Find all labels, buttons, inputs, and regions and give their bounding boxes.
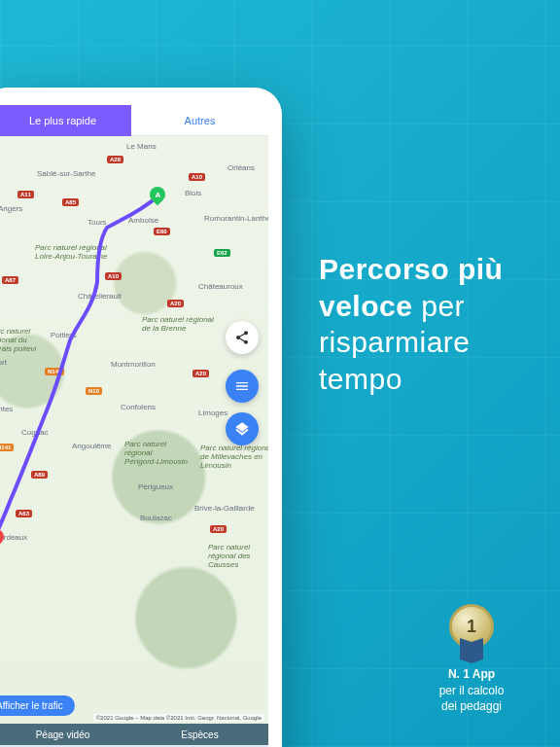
city-bouilac: Boulazac (140, 514, 172, 522)
city-poitiers: Poitiers (51, 331, 77, 339)
park-loire: Parc naturel régional Loire-Anjou-Tourai… (35, 243, 107, 261)
road-badge: A63 (16, 510, 32, 517)
road-badge: A10 (105, 272, 122, 280)
tablet-screen: Le plus rapide Autres Le Mans Orléans To… (0, 105, 268, 747)
share-button[interactable] (226, 321, 259, 354)
city-tours: Tours (88, 218, 107, 227)
award-line1: N. 1 App (448, 666, 495, 682)
medal-icon: 1 (449, 604, 494, 649)
road-badge: A11 (18, 191, 34, 198)
city-chatellerault: Châtellerault (78, 292, 122, 301)
city-montmorillon: Montmorillon (111, 360, 156, 369)
road-badge: A20 (167, 300, 184, 307)
city-brive: Brive-la-Gaillarde (194, 504, 255, 513)
city-lemans: Le Mans (126, 142, 157, 151)
headline-bold1: Percorso più (319, 253, 503, 285)
city-perigueux: Périgueux (138, 482, 173, 491)
headline-bold2: veloce (319, 290, 412, 322)
road-badge: N147 (45, 368, 64, 375)
route-tabs: Le plus rapide Autres (0, 105, 268, 136)
award-line3: dei pedaggi (441, 698, 502, 714)
cost-header-row: Péage vidéo Espèces (0, 724, 268, 745)
city-blois: Blois (185, 189, 201, 197)
city-amboise: Amboise (128, 216, 158, 225)
road-badge: N10 (86, 387, 102, 395)
menu-icon (234, 378, 250, 394)
traffic-toggle[interactable]: Afficher le trafic (0, 695, 75, 716)
city-confolens: Confolens (121, 403, 156, 411)
city-angers: Angers (0, 204, 22, 213)
road-badge: A85 (62, 198, 79, 206)
road-badge: E60 (154, 228, 170, 235)
tab-others[interactable]: Autres (131, 105, 268, 136)
map-view[interactable]: Le Mans Orléans Tours Angers Poitiers Li… (0, 136, 268, 724)
map-attribution: ©2021 Google – Map data ©2021 Inst. Geog… (93, 714, 264, 722)
park-brenne: Parc naturel régional de la Brenne (142, 315, 214, 333)
cost-head-video: Péage vidéo (0, 724, 131, 745)
park-millevaches: Parc naturel régional de Millevaches en … (200, 444, 268, 470)
road-badge: A20 (192, 370, 209, 377)
road-badge: A28 (107, 156, 123, 163)
road-badge: E62 (214, 249, 230, 257)
share-icon (234, 330, 250, 345)
award-line2: per il calcolo (439, 683, 505, 698)
award-badge: 1 N. 1 App per il calcolo dei pedaggi (408, 604, 535, 714)
city-nantes: Nantes (0, 405, 13, 413)
city-romorantin: Romorantin-Lanthen (204, 214, 268, 223)
cost-head-cash: Espèces (131, 724, 268, 745)
marketing-headline: Percorso più veloce per risparmiare temp… (319, 251, 544, 397)
tablet-frame: Le plus rapide Autres Le Mans Orléans To… (0, 88, 282, 747)
city-orleans: Orléans (228, 163, 255, 172)
layers-button[interactable] (226, 412, 259, 445)
road-badge: N141 (0, 444, 14, 451)
road-badge: A10 (189, 173, 205, 181)
park-marais: Parc naturel régional du Marais poitevi (0, 327, 36, 353)
park-causses: Parc naturel régional des Causses (208, 543, 251, 569)
road-badge: A89 (31, 471, 48, 479)
tab-fastest[interactable]: Le plus rapide (0, 105, 131, 136)
road-badge: A87 (2, 276, 18, 284)
city-limoges: Limoges (198, 409, 228, 417)
medal-rank: 1 (467, 615, 476, 638)
route-list-button[interactable] (226, 370, 259, 403)
city-cognac: Cognac (21, 428, 49, 437)
ribbon-right (472, 638, 483, 663)
city-chateauroux: Châteauroux (198, 282, 243, 291)
city-niort: Niort (0, 358, 7, 367)
road-badge: A20 (210, 525, 227, 533)
ribbon-left (460, 638, 472, 663)
city-sable: Sablé-sur-Sarthe (37, 169, 95, 178)
city-angouleme: Angoulême (72, 442, 111, 450)
park-perigord: Parc naturel régional Périgord-Limousin (124, 440, 188, 466)
layers-icon (234, 421, 250, 437)
